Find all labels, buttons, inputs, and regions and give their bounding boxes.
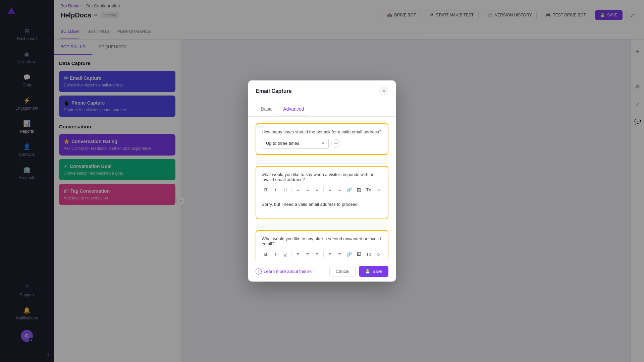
email-capture-modal: Email Capture × Basic Advanced How many …	[248, 80, 396, 282]
ordered-list-2[interactable]: ≡	[326, 250, 334, 258]
toolbar-sep-2	[323, 187, 324, 192]
bold-button-1[interactable]: B	[262, 185, 270, 194]
underline-button-1[interactable]: U	[281, 185, 289, 194]
align-left-2[interactable]: ≡	[293, 250, 302, 258]
toolbar-sep-3	[291, 251, 292, 257]
image-button-1[interactable]: 🖼	[355, 185, 363, 194]
ordered-list-1[interactable]: ≡	[326, 185, 334, 194]
invalid-email-text[interactable]: Sorry, but I need a valid email address …	[262, 200, 382, 213]
second-invalid-section: What would you like to say after a secon…	[256, 230, 388, 261]
emoji-button-2[interactable]: ☺	[374, 250, 382, 258]
image-button-2[interactable]: 🖼	[355, 250, 363, 258]
italic-button-2[interactable]: I	[271, 250, 280, 258]
invalid-email-section: what would you like to say when a visito…	[256, 166, 388, 219]
toolbar-sep-1	[291, 187, 292, 192]
toolbar-1: B I U ≡ ≡ ≡ ≡ ≡ 🔗 🖼 Tx ☺	[262, 185, 382, 197]
align-left-1[interactable]: ≡	[293, 185, 302, 194]
divider-2	[256, 225, 388, 225]
link-button-2[interactable]: 🔗	[345, 250, 354, 258]
times-to-ask-section: How many times should the bot ask for a …	[256, 123, 388, 155]
modal-body: How many times should the bot ask for a …	[248, 117, 396, 261]
second-invalid-label: What would you like to say after a secon…	[262, 236, 382, 246]
select-row: Up to three times ▾ —	[262, 138, 382, 149]
format-clear-1[interactable]: Tx	[364, 185, 373, 194]
times-to-ask-label: How many times should the bot ask for a …	[262, 129, 382, 134]
toolbar-sep-4	[323, 251, 324, 257]
modal-header: Email Capture ×	[248, 80, 396, 102]
divider-1	[256, 160, 388, 161]
align-right-1[interactable]: ≡	[313, 185, 321, 194]
invalid-email-label: what would you like to say when a visito…	[262, 172, 382, 182]
save-icon: 💾	[365, 269, 370, 274]
format-clear-2[interactable]: Tx	[364, 250, 373, 258]
align-right-2[interactable]: ≡	[313, 250, 321, 258]
cancel-button[interactable]: Cancel	[329, 266, 356, 277]
modal-footer: ? Learn more about this skill Cancel 💾 S…	[248, 261, 396, 282]
unordered-list-2[interactable]: ≡	[335, 250, 344, 258]
align-center-2[interactable]: ≡	[303, 250, 312, 258]
learn-more-link[interactable]: ? Learn more about this skill	[256, 268, 315, 275]
modal-close-button[interactable]: ×	[379, 86, 388, 96]
modal-title: Email Capture	[256, 88, 292, 94]
select-arrow-icon: ▾	[322, 141, 324, 146]
italic-button-1[interactable]: I	[271, 185, 280, 194]
modal-overlay: Email Capture × Basic Advanced How many …	[0, 0, 644, 362]
footer-buttons: Cancel 💾 Save	[329, 266, 388, 277]
emoji-button-1[interactable]: ☺	[374, 185, 382, 194]
link-button-1[interactable]: 🔗	[345, 185, 354, 194]
modal-tabs: Basic Advanced	[248, 102, 396, 117]
help-icon: ?	[256, 268, 262, 275]
times-select[interactable]: Up to three times ▾	[262, 138, 329, 149]
modal-tab-basic[interactable]: Basic	[256, 102, 278, 116]
unordered-list-1[interactable]: ≡	[335, 185, 344, 194]
info-button[interactable]: —	[331, 139, 340, 148]
underline-button-2[interactable]: U	[281, 250, 289, 258]
bold-button-2[interactable]: B	[262, 250, 270, 258]
align-center-1[interactable]: ≡	[303, 185, 312, 194]
modal-tab-advanced[interactable]: Advanced	[278, 102, 309, 116]
toolbar-2: B I U ≡ ≡ ≡ ≡ ≡ 🔗 🖼 Tx ☺	[262, 250, 382, 261]
modal-save-button[interactable]: 💾 Save	[359, 266, 388, 277]
